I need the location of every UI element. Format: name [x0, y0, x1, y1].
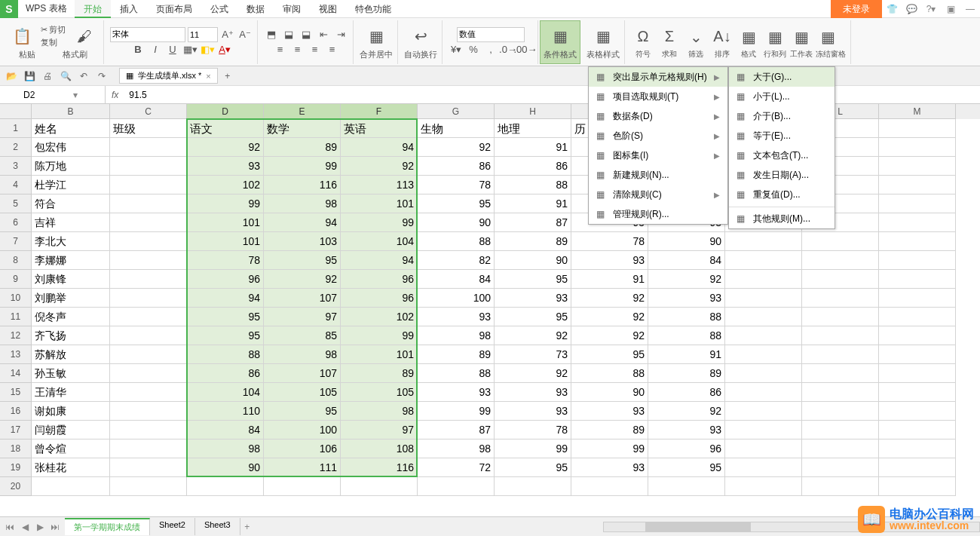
cell-D19[interactable]: 90: [187, 458, 264, 477]
filter-icon[interactable]: ⌄: [684, 25, 708, 49]
cell-L14[interactable]: [802, 364, 879, 383]
cell-C4[interactable]: [110, 176, 187, 194]
decrease-decimal-icon[interactable]: .00→: [518, 42, 533, 57]
cell-F19[interactable]: 116: [341, 458, 418, 477]
decrease-font-icon[interactable]: A⁻: [237, 27, 253, 42]
cell-G3[interactable]: 86: [418, 157, 495, 176]
cell-M20[interactable]: [879, 477, 956, 496]
cell-M11[interactable]: [879, 308, 956, 326]
cell-G17[interactable]: 87: [418, 421, 495, 440]
cell-B20[interactable]: [32, 477, 110, 496]
percent-icon[interactable]: %: [466, 42, 481, 57]
cell-G1[interactable]: 生物: [418, 119, 495, 138]
indent-right-icon[interactable]: ⇥: [333, 27, 348, 42]
open-icon[interactable]: 📂: [3, 68, 20, 84]
sum-icon[interactable]: Σ: [657, 25, 681, 49]
cell-I7[interactable]: 78: [571, 232, 648, 251]
cell-G18[interactable]: 98: [418, 440, 495, 458]
cell-M10[interactable]: [879, 289, 956, 308]
underline-button[interactable]: U: [165, 42, 180, 57]
cell-H1[interactable]: 地理: [495, 119, 571, 138]
cell-E9[interactable]: 92: [264, 270, 341, 289]
cell-H16[interactable]: 93: [495, 402, 571, 421]
submenu-item-1[interactable]: ▦ 小于(L)...: [729, 87, 835, 106]
cell-I20[interactable]: [571, 477, 648, 496]
tab-start[interactable]: 开始: [75, 0, 111, 18]
submenu-item-6[interactable]: ▦ 重复值(D)...: [729, 185, 835, 204]
cell-B18[interactable]: 曾令煊: [32, 440, 110, 458]
cell-L8[interactable]: [802, 251, 879, 270]
cell-M7[interactable]: [879, 232, 956, 251]
cell-B11[interactable]: 倪冬声: [32, 308, 110, 326]
select-all-corner[interactable]: [0, 104, 32, 119]
cell-D15[interactable]: 104: [187, 383, 264, 402]
cell-K8[interactable]: [725, 251, 802, 270]
cell-M4[interactable]: [879, 176, 956, 194]
cell-G11[interactable]: 93: [418, 308, 495, 326]
formula-input[interactable]: [124, 87, 980, 103]
cell-H18[interactable]: 99: [495, 440, 571, 458]
cell-C19[interactable]: [110, 458, 187, 477]
cond-menu-item-4[interactable]: ▦ 图标集(I) ▶: [589, 145, 727, 165]
cell-E15[interactable]: 105: [264, 383, 341, 402]
cell-H5[interactable]: 91: [495, 194, 571, 213]
login-button[interactable]: 未登录: [831, 0, 882, 18]
row-header-15[interactable]: 15: [0, 383, 32, 402]
cell-B8[interactable]: 李娜娜: [32, 251, 110, 270]
cell-F17[interactable]: 97: [341, 421, 418, 440]
undo-icon[interactable]: ↶: [75, 68, 92, 84]
row-header-17[interactable]: 17: [0, 421, 32, 440]
cell-F2[interactable]: 94: [341, 138, 418, 157]
freeze-icon[interactable]: ▦: [816, 25, 840, 49]
cell-F18[interactable]: 108: [341, 440, 418, 458]
cell-M13[interactable]: [879, 345, 956, 364]
cell-H14[interactable]: 92: [495, 364, 571, 383]
cell-E3[interactable]: 99: [264, 157, 341, 176]
cell-H12[interactable]: 92: [495, 326, 571, 345]
cell-F10[interactable]: 96: [341, 289, 418, 308]
cell-D18[interactable]: 98: [187, 440, 264, 458]
cell-B16[interactable]: 谢如康: [32, 402, 110, 421]
cell-F5[interactable]: 101: [341, 194, 418, 213]
auto-wrap-button[interactable]: ↩: [406, 23, 435, 49]
cell-J9[interactable]: 92: [648, 270, 725, 289]
cell-D1[interactable]: 语文: [187, 119, 264, 138]
cell-C8[interactable]: [110, 251, 187, 270]
worksheet-icon[interactable]: ▦: [789, 25, 813, 49]
submenu-item-7[interactable]: ▦ 其他规则(M)...: [729, 207, 835, 228]
align-right-icon[interactable]: ≡: [308, 42, 323, 57]
cell-E10[interactable]: 107: [264, 289, 341, 308]
cell-D8[interactable]: 78: [187, 251, 264, 270]
cell-I18[interactable]: 99: [571, 440, 648, 458]
cell-C2[interactable]: [110, 138, 187, 157]
font-color-button[interactable]: A▾: [217, 42, 232, 57]
cell-L13[interactable]: [802, 345, 879, 364]
cell-L7[interactable]: [802, 232, 879, 251]
cell-C14[interactable]: [110, 364, 187, 383]
cell-G12[interactable]: 98: [418, 326, 495, 345]
row-header-8[interactable]: 8: [0, 251, 32, 270]
cell-K20[interactable]: [725, 477, 802, 496]
cell-E2[interactable]: 89: [264, 138, 341, 157]
cell-F6[interactable]: 99: [341, 213, 418, 232]
number-format-select[interactable]: [457, 27, 525, 42]
fill-color-button[interactable]: ◧▾: [200, 42, 215, 57]
cell-K15[interactable]: [725, 383, 802, 402]
tab-insert[interactable]: 插入: [111, 0, 147, 18]
chevron-down-icon[interactable]: ▾: [53, 90, 100, 100]
name-box[interactable]: D2 ▾: [0, 86, 106, 104]
cell-J7[interactable]: 90: [648, 232, 725, 251]
cell-K17[interactable]: [725, 421, 802, 440]
cell-F11[interactable]: 102: [341, 308, 418, 326]
cell-I15[interactable]: 90: [571, 383, 648, 402]
cell-M9[interactable]: [879, 270, 956, 289]
cell-C3[interactable]: [110, 157, 187, 176]
cell-F8[interactable]: 94: [341, 251, 418, 270]
submenu-item-0[interactable]: ▦ 大于(G)...: [729, 67, 835, 87]
symbol-icon[interactable]: Ω: [631, 25, 655, 49]
cell-F7[interactable]: 104: [341, 232, 418, 251]
cell-J15[interactable]: 86: [648, 383, 725, 402]
cell-C5[interactable]: [110, 194, 187, 213]
cell-J20[interactable]: [648, 477, 725, 496]
row-header-5[interactable]: 5: [0, 194, 32, 213]
